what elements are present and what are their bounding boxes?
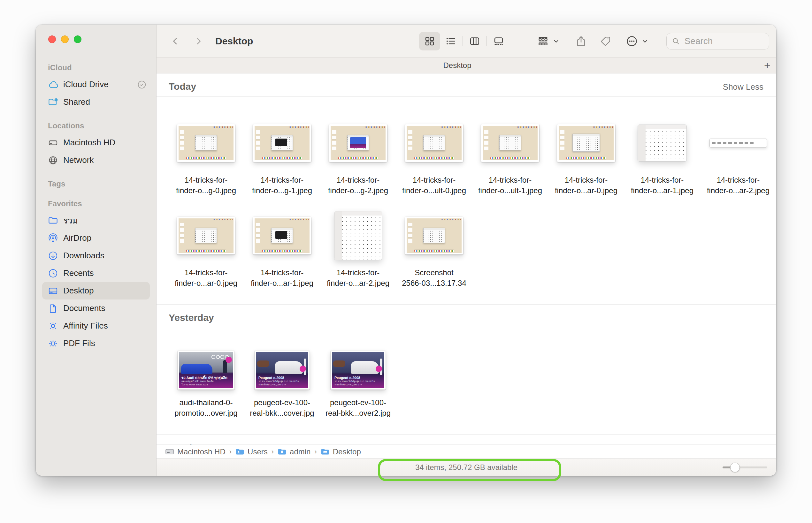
- file-thumbnail: [557, 124, 615, 162]
- file-name: audi-thailand-0- promotio...over.jpg: [168, 397, 244, 418]
- slider-thumb[interactable]: [730, 463, 740, 472]
- sidebar-item-shared[interactable]: Shared: [42, 93, 150, 111]
- sidebar-item-label: AirDrop: [63, 233, 91, 243]
- path-item-users[interactable]: Users: [235, 447, 268, 456]
- file-item[interactable]: Peugeot e-2008 รถ EV 100% วิ่งได้สูงสุด …: [320, 350, 396, 418]
- sidebar-section-header-locations: Locations: [42, 121, 150, 131]
- zoom-button[interactable]: [74, 35, 82, 43]
- banner-subtitle: ราคาพิเศษ 2,490,000 บาท: [259, 383, 306, 386]
- search-field[interactable]: [666, 33, 769, 50]
- file-item[interactable]: 14-tricks-for- finder-o...ar-1.jpeg: [244, 212, 320, 288]
- file-item[interactable]: 14-tricks-for- finder-o...g-0.jpeg: [168, 119, 244, 196]
- desktop-folder-icon: [321, 448, 330, 456]
- sidebar-section-header-icloud: iCloud: [42, 63, 150, 72]
- sidebar-item-label: Macintosh HD: [63, 138, 115, 147]
- icon-view-button[interactable]: [419, 32, 440, 51]
- section-header-today: Today Show Less: [157, 73, 776, 96]
- file-name: 14-tricks-for- finder-o...ar-2.jpeg: [320, 267, 396, 288]
- tag-button[interactable]: [600, 32, 612, 51]
- file-name: 14-tricks-for- finder-o...g-1.jpeg: [244, 175, 320, 196]
- gear-icon: [48, 321, 58, 331]
- column-view-button[interactable]: [464, 32, 485, 51]
- sidebar-item-network[interactable]: Network: [42, 151, 150, 169]
- close-button[interactable]: [48, 35, 56, 43]
- path-item-label: Users: [248, 447, 268, 456]
- sidebar-item-label: Affinity Files: [63, 321, 108, 331]
- sidebar-item-downloads[interactable]: Downloads: [42, 247, 150, 264]
- file-name: peugeot-ev-100- real-bkk...cover.jpg: [244, 397, 320, 418]
- sidebar-item-affinity-files[interactable]: Affinity Files: [42, 317, 150, 335]
- window-title: Desktop: [215, 36, 253, 47]
- show-less-link[interactable]: Show Less: [723, 82, 763, 92]
- gear-icon: [48, 339, 58, 349]
- banner-title: Peugeot e-2008: [334, 376, 382, 380]
- tab-desktop[interactable]: Desktop: [157, 58, 758, 73]
- file-item[interactable]: 14-tricks-for- finder-o...ar-0.jpeg: [168, 212, 244, 288]
- banner-subtitle: รถ EV 100% วิ่งได้สูงสุด 310 กม./ชาร์จ: [334, 380, 382, 383]
- cloud-icon: [48, 79, 58, 90]
- sidebar-section-header-favorites: Favorites: [42, 199, 150, 209]
- file-name: 14-tricks-for- finder-o...g-0.jpeg: [168, 175, 244, 196]
- share-button[interactable]: [575, 32, 587, 51]
- sidebar-item-macintosh-hd[interactable]: Macintosh HD: [42, 134, 150, 151]
- file-name: 14-tricks-for- finder-o...ar-0.jpeg: [168, 267, 244, 288]
- gallery-view-button[interactable]: [488, 32, 509, 51]
- sidebar-item-airdrop[interactable]: AirDrop: [42, 229, 150, 247]
- icon-size-slider[interactable]: [723, 463, 767, 472]
- sidebar-section-header-tags: Tags: [42, 179, 150, 189]
- file-item[interactable]: Peugeot e-2008 รถ EV 100% วิ่งได้สูงสุด …: [244, 350, 320, 418]
- sidebar-item-label: Network: [63, 155, 93, 165]
- file-item[interactable]: 14-tricks-for- finder-o...ar-1.jpeg: [624, 119, 700, 196]
- file-thumbnail: [405, 124, 463, 162]
- sidebar-item-pdf-fils[interactable]: PDF Fils: [42, 335, 150, 352]
- more-actions-button[interactable]: [625, 32, 649, 51]
- search-input[interactable]: [684, 36, 764, 47]
- path-item-macintosh-hd[interactable]: Macintosh HD: [165, 447, 226, 456]
- file-thumbnail: Peugeot e-2008 รถ EV 100% วิ่งได้สูงสุด …: [254, 350, 310, 390]
- file-item[interactable]: 14-tricks-for- finder-o...ult-1.jpeg: [472, 119, 548, 196]
- sidebar: iCloud iCloud Drive Shared Locations: [36, 24, 157, 476]
- file-name: 14-tricks-for- finder-o...g-2.jpeg: [320, 175, 396, 196]
- sidebar-item-ruam[interactable]: รวม: [42, 212, 150, 229]
- section-title: Today: [169, 81, 196, 92]
- file-item[interactable]: 14-tricks-for- finder-o...g-2.jpeg: [320, 119, 396, 196]
- path-item-admin[interactable]: admin: [278, 447, 311, 456]
- tab-bar: Desktop +: [157, 57, 776, 73]
- file-item[interactable]: รถ Audi ดอกเบี้ย 0% ทุกรุ่นฮิต แคมเปญรถไ…: [168, 350, 244, 418]
- traffic-lights: [36, 35, 156, 43]
- new-tab-button[interactable]: +: [758, 58, 776, 73]
- banner-subtitle: รถ EV 100% วิ่งได้สูงสุด 310 กม./ชาร์จ: [259, 380, 306, 383]
- main-area: Desktop: [157, 24, 776, 476]
- toolbar-separator: [487, 36, 487, 46]
- file-thumbnail: [329, 124, 387, 162]
- sidebar-item-documents[interactable]: Documents: [42, 300, 150, 317]
- shared-folder-icon: [48, 97, 58, 107]
- file-thumbnail: [177, 124, 235, 162]
- list-view-button[interactable]: [440, 32, 461, 51]
- minimize-button[interactable]: [61, 35, 69, 43]
- file-thumbnail: [253, 217, 311, 254]
- back-button[interactable]: [168, 34, 183, 49]
- download-circle-icon: [48, 251, 58, 261]
- group-by-button[interactable]: [537, 32, 560, 51]
- forward-button[interactable]: [191, 34, 206, 49]
- path-item-desktop[interactable]: Desktop: [321, 447, 361, 456]
- file-thumbnail: [334, 211, 382, 260]
- sidebar-item-desktop[interactable]: Desktop: [42, 282, 150, 300]
- sidebar-item-recents[interactable]: Recents: [42, 264, 150, 282]
- sidebar-item-label: Shared: [63, 97, 90, 107]
- sidebar-item-label: Recents: [63, 268, 93, 278]
- file-item[interactable]: 14-tricks-for- finder-o...ar-0.jpeg: [548, 119, 624, 196]
- file-item[interactable]: 14-tricks-for- finder-o...ar-2.jpeg: [700, 119, 776, 196]
- file-item[interactable]: 14-tricks-for- finder-o...g-1.jpeg: [244, 119, 320, 196]
- file-thumbnail: [709, 139, 767, 147]
- banner-title: รถ Audi ดอกเบี้ย 0% ทุกรุ่นฮิต: [181, 376, 231, 380]
- hard-drive-icon: [165, 448, 174, 456]
- file-item[interactable]: 14-tricks-for- finder-o...ar-2.jpeg: [320, 212, 396, 288]
- file-item[interactable]: 14-tricks-for- finder-o...ult-0.jpeg: [396, 119, 472, 196]
- file-name: 14-tricks-for- finder-o...ar-0.jpeg: [548, 175, 624, 196]
- path-item-label: Macintosh HD: [177, 447, 226, 456]
- sidebar-item-icloud-drive[interactable]: iCloud Drive: [42, 76, 150, 93]
- file-item[interactable]: Screenshot 2566-03...13.17.34: [396, 212, 472, 288]
- annotation-highlight-box: [378, 459, 561, 481]
